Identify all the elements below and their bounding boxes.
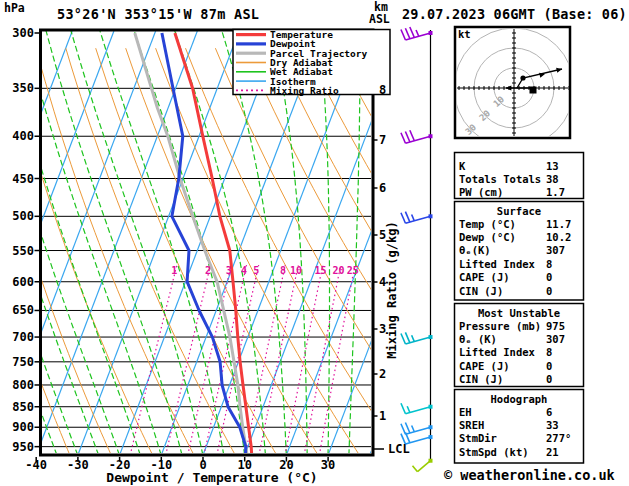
panel-row-value: 11.7 [546,219,571,230]
pressure-tick-label: 500 [8,210,34,222]
legend-item-label: Mixing Ratio [270,86,339,96]
panel-row-value: 0 [546,272,552,283]
temp-tick-label: -20 [109,459,131,471]
station-title: 53°26'N 353°15'W 87m ASL [57,8,259,22]
panel-row-value: 6 [546,407,552,418]
panel-row-label: Pressure (mb) [459,321,541,332]
panel-row-label: Lifted Index [459,347,535,358]
mixing-ratio-value-label: 15 [315,266,327,276]
km-tick-label: 2 [379,368,386,380]
panel-row-label: CIN (J) [459,374,503,385]
km-tick-label: 7 [379,134,386,146]
asl-axis-label: ASL [369,14,390,26]
panel-row-value: 8 [546,347,552,358]
panel-row-label: EH [459,407,472,418]
km-tick-label: 8 [379,84,386,96]
x-axis-title: Dewpoint / Temperature (°C) [106,471,317,484]
panel-row-label: CAPE (J) [459,272,510,283]
temp-tick-label: 20 [279,459,293,471]
panel-row-label: PW (cm) [459,187,503,198]
lcl-label: LCL [388,443,410,455]
panel-row-label: K [459,161,465,172]
mixing-ratio-value-label: 25 [347,266,359,276]
km-tick-label: 5 [379,229,386,241]
panel-row-value: 10.2 [546,232,571,243]
panel-row-value: 307 [546,245,565,256]
pressure-tick-label: 900 [8,421,34,433]
datetime-label: 29.07.2023 06GMT (Base: 06) [402,8,627,22]
hodograph-unit-label: kt [458,29,471,40]
parcel-trajectory-line [135,33,247,455]
pressure-tick-label: 800 [8,379,34,391]
panel-row-label: Lifted Index [459,259,535,270]
pressure-tick-label: 450 [8,173,34,185]
pressure-tick-label: 600 [8,276,34,288]
panel-row-label: StmSpd (kt) [459,447,529,458]
temp-tick-label: 0 [199,459,206,471]
pressure-tick-label: 550 [8,245,34,257]
pressure-tick-label: 950 [8,441,34,453]
panel-row-value: 13 [546,161,559,172]
mixing-ratio-value-label: 4 [241,266,247,276]
storm-motion-marker [530,87,537,94]
panel-row-label: θₑ (K) [459,334,497,345]
panel-row-label: SREH [459,420,484,431]
pressure-unit-label: hPa [4,3,25,15]
panel-row-label: θₑ(K) [459,245,491,256]
mixing-ratio-value-label: 20 [333,266,345,276]
pressure-tick-label: 750 [8,356,34,368]
temp-tick-label: -30 [67,459,89,471]
panel-row-label: Dewp (°C) [459,232,516,243]
profiles [135,33,252,455]
pressure-tick-label: 400 [8,130,34,142]
km-tick-label: 4 [379,276,386,288]
mixing-ratio-axis-title: Mixing Ratio (g/kg) [386,221,398,358]
pressure-tick-label: 350 [8,82,34,94]
km-tick-label: 1 [379,410,386,422]
km-tick-label: 3 [379,323,386,335]
pressure-tick-label: 700 [8,331,34,343]
panel-row-value: 33 [546,420,559,431]
panel-row-value: 38 [546,174,559,185]
panel-row-value: 8 [546,259,552,270]
pressure-tick-label: 650 [8,304,34,316]
mixing-ratio-value-label: 5 [253,266,259,276]
panel-row-label: CAPE (J) [459,361,510,372]
panel-row-label: CIN (J) [459,286,503,297]
temp-tick-label: 30 [321,459,335,471]
pressure-tick-label: 300 [8,27,34,39]
panel-box-header: Surface [497,206,541,217]
panel-row-value: 1.7 [546,187,565,198]
panel-row-label: Totals Totals [459,174,541,185]
panel-box-header: Hodograph [491,394,548,405]
temp-tick-label: 10 [237,459,251,471]
mixing-ratio-value-label: 8 [280,266,286,276]
panel-row-label: Temp (°C) [459,219,516,230]
panel-row-value: 0 [546,361,552,372]
mixing-ratio-value-label: 2 [205,266,211,276]
panel-row-value: 277° [546,433,571,444]
panel-row-value: 0 [546,286,552,297]
panel-row-value: 0 [546,374,552,385]
copyright-label: © weatheronline.co.uk [444,469,615,483]
pressure-tick-label: 850 [8,401,34,413]
panel-row-value: 975 [546,321,565,332]
panel-row-value: 307 [546,334,565,345]
temp-tick-label: -10 [150,459,172,471]
mixing-ratio-value-label: 3 [226,266,232,276]
wind-barb-column [401,27,433,472]
panel-row-value: 21 [546,447,559,458]
mixing-ratio-value-label: 10 [290,266,302,276]
skewt-sounding-page: hPa 53°26'N 353°15'W 87m ASL km ASL 29.0… [0,0,629,486]
panel-box-header: Most Unstable [478,308,560,319]
mixing-ratio-value-label: 1 [171,266,177,276]
km-tick-label: 6 [379,182,386,194]
temp-tick-label: -40 [25,459,47,471]
panel-row-label: StmDir [459,433,497,444]
